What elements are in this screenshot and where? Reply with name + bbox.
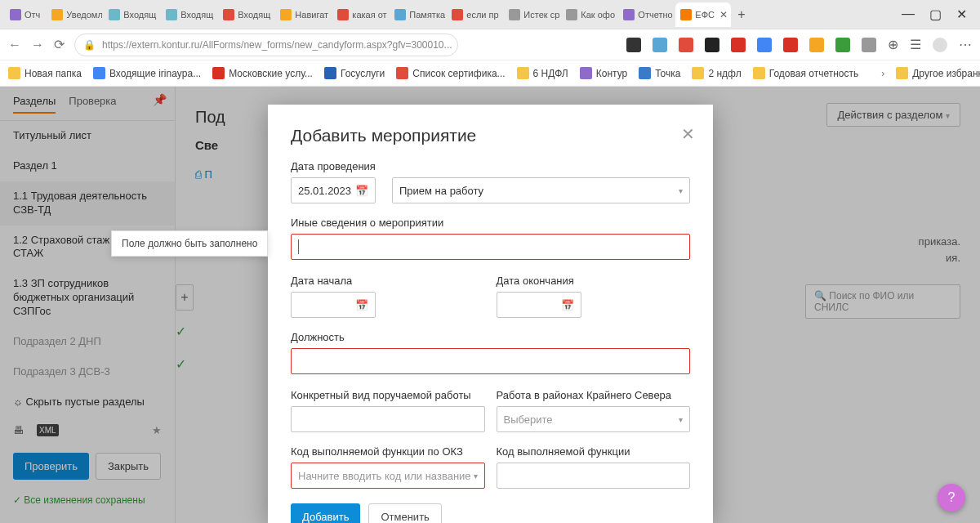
bookmark-item[interactable]: Контур	[580, 67, 627, 79]
minimize-icon[interactable]: —	[902, 7, 915, 22]
collections-icon[interactable]: ☰	[910, 37, 921, 52]
forward-icon[interactable]: →	[31, 38, 44, 52]
browser-tab[interactable]: ЕФС✕	[675, 2, 731, 27]
new-tab-button[interactable]: +	[733, 2, 750, 27]
ext-icon[interactable]	[626, 38, 641, 52]
calendar-icon[interactable]: 📅	[355, 299, 368, 311]
work-kind-label: Конкретный вид поручаемой работы	[291, 389, 485, 401]
ext-icon[interactable]	[862, 38, 876, 52]
start-date-input[interactable]: 📅	[291, 292, 376, 318]
cancel-button[interactable]: Отменить	[368, 503, 441, 523]
bookmark-item[interactable]: Новая папка	[8, 67, 82, 79]
ext-icon[interactable]	[705, 38, 719, 52]
bookmark-item[interactable]: Входящие irinaypa...	[93, 67, 201, 79]
profile-avatar[interactable]	[933, 38, 947, 52]
position-input[interactable]	[291, 348, 690, 374]
bookmark-item[interactable]: Московские услу...	[212, 67, 313, 79]
menu-icon[interactable]: ⋯	[959, 37, 972, 52]
ext-icon[interactable]	[679, 38, 693, 52]
ext-icon[interactable]	[809, 38, 824, 52]
browser-tab[interactable]: Отчетно	[618, 2, 674, 27]
event-date-input[interactable]: 25.01.2023 📅	[291, 177, 376, 203]
close-window-icon[interactable]: ✕	[956, 7, 967, 22]
modal-title: Добавить мероприятие	[291, 126, 690, 145]
north-label: Работа в районах Крайнего Севера	[497, 389, 691, 401]
bookmark-item[interactable]: Госуслуги	[324, 67, 385, 79]
browser-tab[interactable]: Памятка	[390, 2, 445, 27]
bookmarks-overflow-icon[interactable]: ›	[881, 68, 884, 79]
ext-icon[interactable]	[731, 38, 746, 52]
bookmark-item[interactable]: 6 НДФЛ	[517, 67, 568, 79]
browser-tab[interactable]: Отч	[5, 2, 45, 27]
browser-tab[interactable]: если пр	[447, 2, 502, 27]
browser-tab[interactable]: Входящ	[218, 2, 274, 27]
chevron-down-icon: ▾	[679, 415, 683, 424]
position-label: Должность	[291, 331, 690, 343]
reload-icon[interactable]: ⟳	[54, 37, 65, 52]
browser-tab[interactable]: Входящ	[104, 2, 159, 27]
tab-close-icon[interactable]: ✕	[719, 9, 728, 20]
ext-icon[interactable]	[835, 38, 850, 52]
validation-tooltip: Поле должно быть заполнено	[111, 230, 268, 257]
work-kind-input[interactable]	[291, 406, 485, 432]
calendar-icon[interactable]: 📅	[561, 299, 574, 311]
other-bookmarks[interactable]: Другое избранное	[896, 67, 980, 79]
func-code-label: Код выполняемой функции	[497, 445, 691, 458]
end-date-label: Дата окончания	[497, 275, 691, 287]
back-icon[interactable]: ←	[8, 38, 21, 52]
extensions-icon[interactable]: ⊕	[888, 37, 898, 52]
browser-tab[interactable]: Истек ср	[504, 2, 559, 27]
bookmarks-bar: Новая папкаВходящие irinaypa...Московски…	[0, 60, 980, 87]
ext-icon[interactable]	[783, 38, 798, 52]
bookmark-item[interactable]: Точка	[639, 67, 680, 79]
calendar-icon[interactable]: 📅	[355, 185, 368, 197]
end-date-input[interactable]: 📅	[497, 292, 581, 318]
browser-titlebar: ОтчУведомлВходящВходящВходящНавигаткакая…	[0, 0, 980, 29]
browser-tab[interactable]: какая от	[332, 2, 388, 27]
bookmark-item[interactable]: 2 ндфл	[692, 67, 741, 79]
browser-tab[interactable]: Навигат	[275, 2, 331, 27]
close-icon[interactable]: ✕	[681, 124, 695, 144]
okz-select[interactable]: Начните вводить код или название ▾	[291, 463, 485, 489]
chevron-down-icon: ▾	[474, 472, 478, 481]
maximize-icon[interactable]: ▢	[929, 7, 942, 22]
north-select[interactable]: Выберите ▾	[497, 406, 691, 432]
date-label: Дата проведения	[291, 160, 381, 172]
bookmark-item[interactable]: Годовая отчетность	[753, 67, 859, 79]
ext-icon[interactable]	[653, 38, 667, 52]
event-type-select[interactable]: Прием на работу ▾	[392, 177, 690, 203]
browser-tab[interactable]: Как офо	[561, 2, 617, 27]
url-input[interactable]: 🔒 https://extern.kontur.ru/AllForms/new_…	[74, 34, 458, 56]
window-controls: — ▢ ✕	[893, 7, 975, 22]
chevron-down-icon: ▾	[679, 186, 683, 195]
help-fab[interactable]: ?	[938, 484, 965, 512]
other-info-label: Иные сведения о мероприятии	[291, 217, 690, 229]
other-info-input[interactable]	[291, 234, 690, 260]
okz-label: Код выполняемой функции по ОКЗ	[291, 445, 485, 458]
start-date-label: Дата начала	[291, 275, 485, 287]
browser-tab[interactable]: Уведомл	[47, 2, 102, 27]
browser-tab[interactable]: Входящ	[161, 2, 216, 27]
bookmark-item[interactable]: Список сертифика...	[396, 67, 505, 79]
url-text: https://extern.kontur.ru/AllForms/new_fo…	[102, 39, 452, 51]
add-button[interactable]: Добавить	[291, 503, 360, 523]
add-event-modal: ✕ Добавить мероприятие Дата проведения 2…	[268, 105, 713, 523]
ext-icon[interactable]	[757, 38, 772, 52]
lock-icon: 🔒	[83, 39, 96, 51]
func-code-input[interactable]	[497, 463, 691, 489]
address-bar: ← → ⟳ 🔒 https://extern.kontur.ru/AllForm…	[0, 29, 980, 60]
